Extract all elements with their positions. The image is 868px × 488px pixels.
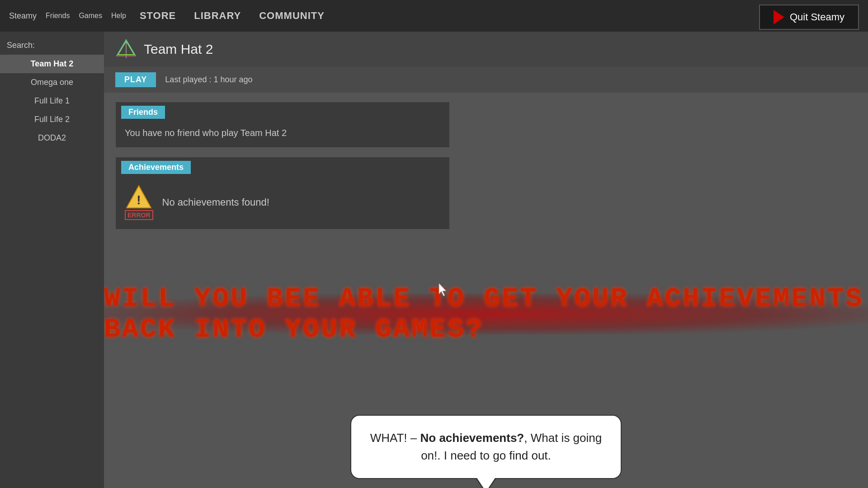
nav-items: STORE LIBRARY COMMUNITY xyxy=(140,10,325,22)
last-played-text: Last played : 1 hour ago xyxy=(165,75,252,84)
menu-games[interactable]: Games xyxy=(79,12,102,20)
menu-help[interactable]: Help xyxy=(111,12,126,20)
play-icon xyxy=(774,10,784,24)
app-name: Steamy xyxy=(9,11,37,21)
top-bar: Steamy Friends Games Help STORE LIBRARY … xyxy=(0,0,868,32)
warning-icon: ! xyxy=(125,184,152,209)
main-layout: Search: Team Hat 2 Omega one Full Life 1… xyxy=(0,32,868,488)
friends-card-header: Friends xyxy=(121,106,165,119)
sidebar: Search: Team Hat 2 Omega one Full Life 1… xyxy=(0,32,104,488)
speech-bubble: WHAT! – No achievements?, What is going … xyxy=(350,415,622,479)
play-section: PLAY Last played : 1 hour ago xyxy=(104,67,868,93)
friends-card: Friends You have no friend who play Team… xyxy=(115,102,450,148)
friends-card-body: You have no friend who play Team Hat 2 xyxy=(116,122,449,147)
sidebar-item-omegaone[interactable]: Omega one xyxy=(0,73,104,92)
no-achievements-text: No achievements found! xyxy=(162,197,269,208)
speech-prefix: WHAT! – xyxy=(370,431,420,445)
achievements-card: Achievements ! ERROR No achievements fou… xyxy=(115,157,450,230)
error-label: ERROR xyxy=(125,210,153,220)
nav-store[interactable]: STORE xyxy=(140,10,176,22)
quit-label: Quit Steamy xyxy=(790,11,844,23)
cards-container: Friends You have no friend who play Team… xyxy=(104,93,868,239)
game-header: Team Hat 2 xyxy=(104,32,868,67)
achievements-card-header: Achievements xyxy=(121,161,191,174)
menu-items: Friends Games Help xyxy=(46,12,126,20)
nav-community[interactable]: COMMUNITY xyxy=(259,10,325,22)
game-icon xyxy=(115,38,137,60)
speech-bold: No achievements? xyxy=(420,431,524,445)
sidebar-item-teamhat2[interactable]: Team Hat 2 xyxy=(0,55,104,73)
search-label: Search: xyxy=(0,38,104,55)
content-area: Team Hat 2 PLAY Last played : 1 hour ago… xyxy=(104,32,868,488)
play-button[interactable]: PLAY xyxy=(115,72,156,87)
error-icon-container: ! ERROR xyxy=(125,184,153,220)
sidebar-item-fulllife2[interactable]: Full Life 2 xyxy=(0,110,104,129)
banner-text: WILL YOU BEE ABLE TO GET YOUR ACHIEVEMEN… xyxy=(104,283,868,345)
red-banner: WILL YOU BEE ABLE TO GET YOUR ACHIEVEMEN… xyxy=(104,294,868,334)
svg-text:!: ! xyxy=(137,193,141,207)
menu-friends[interactable]: Friends xyxy=(46,12,70,20)
sidebar-item-doda2[interactable]: DODA2 xyxy=(0,129,104,147)
quit-button[interactable]: Quit Steamy xyxy=(759,5,859,30)
nav-library[interactable]: LIBRARY xyxy=(194,10,241,22)
achievements-card-body: ! ERROR No achievements found! xyxy=(116,178,449,229)
sidebar-item-fulllife1[interactable]: Full Life 1 xyxy=(0,92,104,110)
game-title: Team Hat 2 xyxy=(144,42,213,57)
